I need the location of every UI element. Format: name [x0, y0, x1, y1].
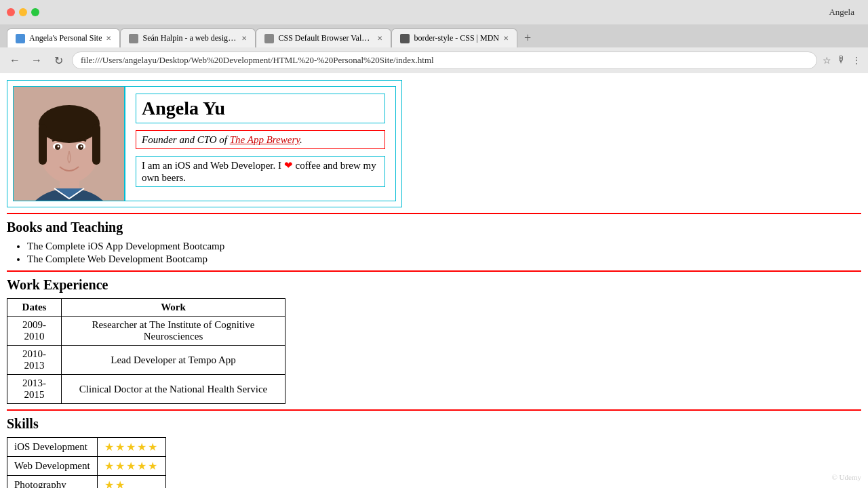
- window-controls: [7, 8, 39, 16]
- profile-title: Founder and CTO of The App Brewery.: [142, 134, 302, 145]
- reload-button[interactable]: ↻: [50, 54, 66, 67]
- tab-close-sean[interactable]: ✕: [241, 35, 247, 42]
- bio-box: I am an iOS and Web Developer. I ❤ coffe…: [136, 156, 385, 187]
- work-cell: Lead Developer at Tempo App: [62, 346, 285, 375]
- page-content: Angela Yu Founder and CTO of The App Bre…: [0, 73, 868, 488]
- skills-section: Skills iOS Development ★★★★★ Web Develop…: [7, 416, 861, 488]
- tab-border-style[interactable]: border-style - CSS | MDN ✕: [391, 28, 517, 47]
- dates-cell: 2013-2015: [7, 375, 62, 404]
- table-row: 2009-2010 Researcher at The Institute of…: [7, 317, 285, 346]
- tab-sean-halpin[interactable]: Seán Halpin - a web designer... ✕: [120, 28, 256, 47]
- info-box: Angela Yu Founder and CTO of The App Bre…: [125, 86, 396, 201]
- mic-icon[interactable]: 🎙: [837, 55, 846, 66]
- svg-point-12: [81, 146, 83, 148]
- books-list: The Complete iOS App Development Bootcam…: [27, 241, 861, 265]
- skill-name: Web Development: [7, 457, 98, 476]
- stars-display: ★★★★★: [104, 460, 159, 472]
- toolbar-icons: ☆ 🎙 ⋮: [823, 55, 861, 66]
- work-heading: Work Experience: [7, 277, 861, 293]
- svg-rect-5: [39, 124, 47, 165]
- browser-window: Angela Angela's Personal Site ✕ Seán Hal…: [0, 0, 868, 488]
- work-cell: Clinical Doctor at the National Health S…: [62, 375, 285, 404]
- tab-favicon: [264, 34, 274, 43]
- close-button[interactable]: [7, 8, 15, 16]
- stars-display: ★★: [104, 479, 126, 488]
- new-tab-button[interactable]: +: [517, 28, 538, 47]
- tab-favicon: [129, 34, 138, 43]
- forward-button[interactable]: →: [28, 54, 45, 66]
- table-header-row: Dates Work: [7, 299, 285, 317]
- tab-angela-personal[interactable]: Angela's Personal Site ✕: [7, 28, 120, 47]
- divider-2: [7, 270, 861, 272]
- tab-favicon: [16, 34, 25, 43]
- tab-label-border: border-style - CSS | MDN: [414, 33, 499, 43]
- minimize-button[interactable]: [19, 8, 27, 16]
- table-row: Photography ★★: [7, 476, 166, 489]
- table-row: iOS Development ★★★★★: [7, 438, 166, 457]
- bookmark-icon[interactable]: ☆: [823, 55, 831, 66]
- tab-close-css[interactable]: ✕: [377, 35, 382, 42]
- url-bar[interactable]: file:///Users/angelayu/Desktop/Web%20Dev…: [72, 52, 817, 69]
- skills-heading: Skills: [7, 416, 861, 432]
- tab-label-sean: Seán Halpin - a web designer...: [142, 33, 237, 43]
- skill-name: Photography: [7, 476, 98, 489]
- svg-point-4: [39, 105, 100, 143]
- title-prefix: Founder and CTO of: [142, 134, 230, 145]
- udemy-watermark: © Udemy: [832, 473, 862, 481]
- stars-display: ★★★★★: [104, 441, 159, 453]
- skill-stars: ★★: [97, 476, 165, 489]
- books-section: Books and Teaching The Complete iOS App …: [7, 220, 861, 265]
- tab-label-angela: Angela's Personal Site: [29, 33, 102, 43]
- profile-name: Angela Yu: [142, 98, 225, 119]
- titlebar: Angela: [0, 0, 868, 24]
- tab-close-border[interactable]: ✕: [503, 35, 509, 42]
- table-row: 2013-2015 Clinical Doctor at the Nationa…: [7, 375, 285, 404]
- tab-close-angela[interactable]: ✕: [106, 35, 111, 42]
- divider-1: [7, 213, 861, 214]
- tab-label-css: CSS Default Browser Values fo...: [278, 33, 373, 43]
- work-section: Work Experience Dates Work 2009-2010 Res…: [7, 277, 861, 404]
- photo-box: [13, 86, 125, 201]
- work-table: Dates Work 2009-2010 Researcher at The I…: [7, 298, 285, 404]
- col-work-header: Work: [62, 299, 285, 317]
- skill-name: iOS Development: [7, 438, 98, 457]
- tab-favicon: [400, 34, 410, 43]
- heart-emoji: ❤: [284, 160, 293, 171]
- list-item: The Complete iOS App Development Bootcam…: [27, 241, 861, 252]
- svg-rect-6: [92, 124, 100, 165]
- dates-cell: 2010-2013: [7, 346, 62, 375]
- skill-stars: ★★★★★: [97, 438, 165, 457]
- profile-photo: [14, 87, 125, 201]
- profile-bio: I am an iOS and Web Developer. I ❤ coffe…: [142, 160, 376, 183]
- address-bar: ← → ↻ file:///Users/angelayu/Desktop/Web…: [0, 47, 868, 73]
- skill-stars: ★★★★★: [97, 457, 165, 476]
- divider-3: [7, 409, 861, 411]
- tab-bar: Angela's Personal Site ✕ Seán Halpin - a…: [0, 24, 868, 47]
- skills-table: iOS Development ★★★★★ Web Development ★★…: [7, 437, 166, 488]
- title-link[interactable]: The App Brewery: [230, 134, 300, 145]
- back-button[interactable]: ←: [7, 54, 23, 66]
- books-heading: Books and Teaching: [7, 220, 861, 235]
- profile-container: Angela Yu Founder and CTO of The App Bre…: [7, 80, 402, 207]
- list-item: The Complete Web Development Bootcamp: [27, 253, 861, 265]
- title-box: Founder and CTO of The App Brewery.: [136, 130, 385, 149]
- menu-icon[interactable]: ⋮: [852, 55, 861, 66]
- url-text: file:///Users/angelayu/Desktop/Web%20Dev…: [81, 55, 808, 66]
- svg-point-11: [58, 146, 60, 148]
- col-dates-header: Dates: [7, 299, 62, 317]
- dates-cell: 2009-2010: [7, 317, 62, 346]
- name-box: Angela Yu: [136, 94, 385, 123]
- profile-inner: Angela Yu Founder and CTO of The App Bre…: [13, 86, 396, 201]
- table-row: Web Development ★★★★★: [7, 457, 166, 476]
- work-cell: Researcher at The Institute of Cognitive…: [62, 317, 285, 346]
- user-label: Angela: [829, 7, 854, 18]
- maximize-button[interactable]: [31, 8, 39, 16]
- tab-css-defaults[interactable]: CSS Default Browser Values fo... ✕: [256, 28, 391, 47]
- table-row: 2010-2013 Lead Developer at Tempo App: [7, 346, 285, 375]
